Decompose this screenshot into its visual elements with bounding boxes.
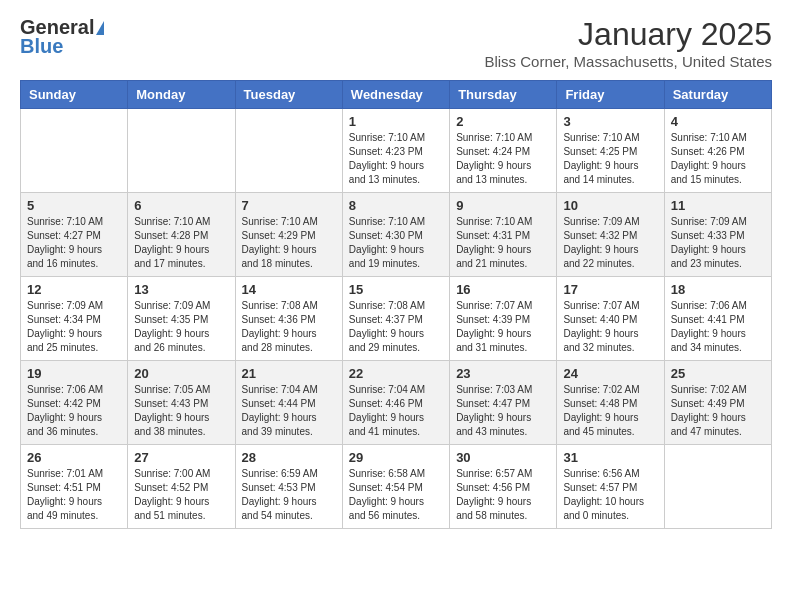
cell-info: Sunrise: 7:01 AM Sunset: 4:51 PM Dayligh…	[27, 467, 121, 523]
calendar-cell: 10Sunrise: 7:09 AM Sunset: 4:32 PM Dayli…	[557, 193, 664, 277]
day-number: 12	[27, 282, 121, 297]
calendar-cell: 26Sunrise: 7:01 AM Sunset: 4:51 PM Dayli…	[21, 445, 128, 529]
day-number: 6	[134, 198, 228, 213]
calendar-cell: 15Sunrise: 7:08 AM Sunset: 4:37 PM Dayli…	[342, 277, 449, 361]
day-number: 14	[242, 282, 336, 297]
day-number: 24	[563, 366, 657, 381]
main-title: January 2025	[484, 16, 772, 53]
calendar-cell: 22Sunrise: 7:04 AM Sunset: 4:46 PM Dayli…	[342, 361, 449, 445]
cell-info: Sunrise: 7:10 AM Sunset: 4:24 PM Dayligh…	[456, 131, 550, 187]
day-number: 23	[456, 366, 550, 381]
day-number: 1	[349, 114, 443, 129]
cell-info: Sunrise: 7:09 AM Sunset: 4:35 PM Dayligh…	[134, 299, 228, 355]
calendar-cell: 11Sunrise: 7:09 AM Sunset: 4:33 PM Dayli…	[664, 193, 771, 277]
cell-info: Sunrise: 7:10 AM Sunset: 4:29 PM Dayligh…	[242, 215, 336, 271]
col-header-saturday: Saturday	[664, 81, 771, 109]
cell-info: Sunrise: 6:56 AM Sunset: 4:57 PM Dayligh…	[563, 467, 657, 523]
day-number: 30	[456, 450, 550, 465]
calendar-week-4: 19Sunrise: 7:06 AM Sunset: 4:42 PM Dayli…	[21, 361, 772, 445]
day-number: 8	[349, 198, 443, 213]
day-number: 5	[27, 198, 121, 213]
day-number: 27	[134, 450, 228, 465]
calendar-cell: 19Sunrise: 7:06 AM Sunset: 4:42 PM Dayli…	[21, 361, 128, 445]
calendar-week-3: 12Sunrise: 7:09 AM Sunset: 4:34 PM Dayli…	[21, 277, 772, 361]
header: General Blue January 2025 Bliss Corner, …	[20, 16, 772, 70]
cell-info: Sunrise: 6:58 AM Sunset: 4:54 PM Dayligh…	[349, 467, 443, 523]
day-number: 10	[563, 198, 657, 213]
calendar-table: SundayMondayTuesdayWednesdayThursdayFrid…	[20, 80, 772, 529]
calendar-cell: 31Sunrise: 6:56 AM Sunset: 4:57 PM Dayli…	[557, 445, 664, 529]
cell-info: Sunrise: 7:00 AM Sunset: 4:52 PM Dayligh…	[134, 467, 228, 523]
day-number: 26	[27, 450, 121, 465]
calendar-cell: 12Sunrise: 7:09 AM Sunset: 4:34 PM Dayli…	[21, 277, 128, 361]
col-header-tuesday: Tuesday	[235, 81, 342, 109]
col-header-sunday: Sunday	[21, 81, 128, 109]
calendar-cell: 9Sunrise: 7:10 AM Sunset: 4:31 PM Daylig…	[450, 193, 557, 277]
calendar-cell: 23Sunrise: 7:03 AM Sunset: 4:47 PM Dayli…	[450, 361, 557, 445]
cell-info: Sunrise: 7:10 AM Sunset: 4:25 PM Dayligh…	[563, 131, 657, 187]
title-section: January 2025 Bliss Corner, Massachusetts…	[484, 16, 772, 70]
calendar-cell	[21, 109, 128, 193]
calendar-header-row: SundayMondayTuesdayWednesdayThursdayFrid…	[21, 81, 772, 109]
calendar-cell: 3Sunrise: 7:10 AM Sunset: 4:25 PM Daylig…	[557, 109, 664, 193]
cell-info: Sunrise: 7:10 AM Sunset: 4:23 PM Dayligh…	[349, 131, 443, 187]
calendar-cell: 29Sunrise: 6:58 AM Sunset: 4:54 PM Dayli…	[342, 445, 449, 529]
col-header-wednesday: Wednesday	[342, 81, 449, 109]
day-number: 7	[242, 198, 336, 213]
calendar-cell: 13Sunrise: 7:09 AM Sunset: 4:35 PM Dayli…	[128, 277, 235, 361]
cell-info: Sunrise: 7:08 AM Sunset: 4:37 PM Dayligh…	[349, 299, 443, 355]
cell-info: Sunrise: 7:10 AM Sunset: 4:30 PM Dayligh…	[349, 215, 443, 271]
calendar-cell: 21Sunrise: 7:04 AM Sunset: 4:44 PM Dayli…	[235, 361, 342, 445]
logo-triangle-icon	[96, 21, 104, 35]
cell-info: Sunrise: 7:02 AM Sunset: 4:48 PM Dayligh…	[563, 383, 657, 439]
calendar-cell: 7Sunrise: 7:10 AM Sunset: 4:29 PM Daylig…	[235, 193, 342, 277]
cell-info: Sunrise: 7:04 AM Sunset: 4:46 PM Dayligh…	[349, 383, 443, 439]
calendar-cell: 30Sunrise: 6:57 AM Sunset: 4:56 PM Dayli…	[450, 445, 557, 529]
cell-info: Sunrise: 7:07 AM Sunset: 4:39 PM Dayligh…	[456, 299, 550, 355]
day-number: 21	[242, 366, 336, 381]
calendar-cell	[664, 445, 771, 529]
cell-info: Sunrise: 7:07 AM Sunset: 4:40 PM Dayligh…	[563, 299, 657, 355]
calendar-cell: 14Sunrise: 7:08 AM Sunset: 4:36 PM Dayli…	[235, 277, 342, 361]
calendar-week-5: 26Sunrise: 7:01 AM Sunset: 4:51 PM Dayli…	[21, 445, 772, 529]
day-number: 13	[134, 282, 228, 297]
day-number: 22	[349, 366, 443, 381]
calendar-cell: 5Sunrise: 7:10 AM Sunset: 4:27 PM Daylig…	[21, 193, 128, 277]
calendar-week-2: 5Sunrise: 7:10 AM Sunset: 4:27 PM Daylig…	[21, 193, 772, 277]
cell-info: Sunrise: 7:10 AM Sunset: 4:31 PM Dayligh…	[456, 215, 550, 271]
calendar-cell: 1Sunrise: 7:10 AM Sunset: 4:23 PM Daylig…	[342, 109, 449, 193]
calendar-cell	[235, 109, 342, 193]
col-header-friday: Friday	[557, 81, 664, 109]
day-number: 31	[563, 450, 657, 465]
cell-info: Sunrise: 7:05 AM Sunset: 4:43 PM Dayligh…	[134, 383, 228, 439]
calendar-cell: 2Sunrise: 7:10 AM Sunset: 4:24 PM Daylig…	[450, 109, 557, 193]
calendar-cell: 17Sunrise: 7:07 AM Sunset: 4:40 PM Dayli…	[557, 277, 664, 361]
cell-info: Sunrise: 7:02 AM Sunset: 4:49 PM Dayligh…	[671, 383, 765, 439]
cell-info: Sunrise: 6:59 AM Sunset: 4:53 PM Dayligh…	[242, 467, 336, 523]
calendar-week-1: 1Sunrise: 7:10 AM Sunset: 4:23 PM Daylig…	[21, 109, 772, 193]
day-number: 2	[456, 114, 550, 129]
cell-info: Sunrise: 7:06 AM Sunset: 4:41 PM Dayligh…	[671, 299, 765, 355]
calendar-cell: 28Sunrise: 6:59 AM Sunset: 4:53 PM Dayli…	[235, 445, 342, 529]
calendar-cell: 27Sunrise: 7:00 AM Sunset: 4:52 PM Dayli…	[128, 445, 235, 529]
calendar-cell: 18Sunrise: 7:06 AM Sunset: 4:41 PM Dayli…	[664, 277, 771, 361]
cell-info: Sunrise: 7:09 AM Sunset: 4:33 PM Dayligh…	[671, 215, 765, 271]
calendar-cell: 24Sunrise: 7:02 AM Sunset: 4:48 PM Dayli…	[557, 361, 664, 445]
day-number: 16	[456, 282, 550, 297]
calendar-cell: 4Sunrise: 7:10 AM Sunset: 4:26 PM Daylig…	[664, 109, 771, 193]
calendar-cell: 20Sunrise: 7:05 AM Sunset: 4:43 PM Dayli…	[128, 361, 235, 445]
cell-info: Sunrise: 7:10 AM Sunset: 4:28 PM Dayligh…	[134, 215, 228, 271]
calendar-cell: 8Sunrise: 7:10 AM Sunset: 4:30 PM Daylig…	[342, 193, 449, 277]
day-number: 29	[349, 450, 443, 465]
page: General Blue January 2025 Bliss Corner, …	[0, 0, 792, 545]
cell-info: Sunrise: 7:03 AM Sunset: 4:47 PM Dayligh…	[456, 383, 550, 439]
cell-info: Sunrise: 7:04 AM Sunset: 4:44 PM Dayligh…	[242, 383, 336, 439]
day-number: 4	[671, 114, 765, 129]
cell-info: Sunrise: 7:09 AM Sunset: 4:32 PM Dayligh…	[563, 215, 657, 271]
cell-info: Sunrise: 6:57 AM Sunset: 4:56 PM Dayligh…	[456, 467, 550, 523]
day-number: 15	[349, 282, 443, 297]
day-number: 19	[27, 366, 121, 381]
calendar-cell: 25Sunrise: 7:02 AM Sunset: 4:49 PM Dayli…	[664, 361, 771, 445]
logo-blue: Blue	[20, 35, 63, 58]
day-number: 28	[242, 450, 336, 465]
